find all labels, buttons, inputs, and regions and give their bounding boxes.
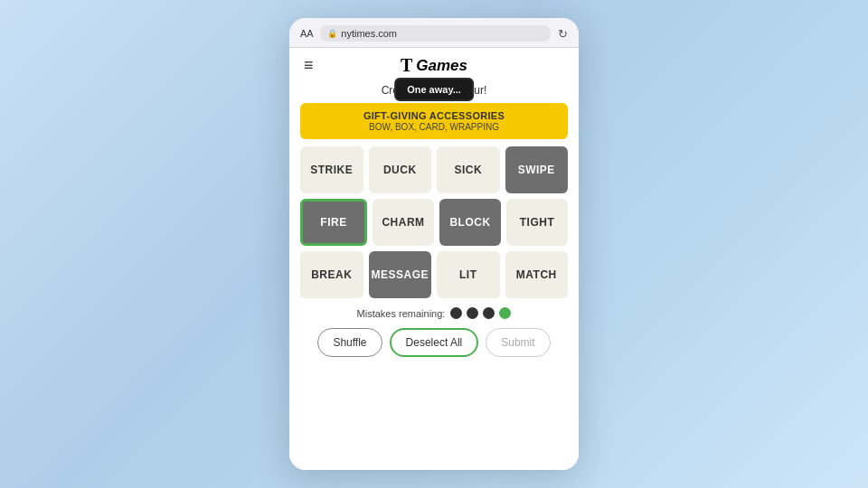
browser-refresh-icon[interactable]: ↻ — [558, 27, 568, 41]
deselect-all-button[interactable]: Deselect All — [390, 328, 479, 357]
games-label: Games — [416, 57, 467, 75]
grid-row-2: FIRE CHARM BLOCK TIGHT — [300, 199, 568, 246]
tile-match[interactable]: MATCH — [505, 251, 569, 298]
app-header: ≡ T Games — [289, 48, 579, 80]
solved-category-row: GIFT-GIVING ACCESSORIES BOW, BOX, CARD, … — [300, 103, 568, 139]
mistakes-row: Mistakes remaining: — [289, 302, 579, 323]
grid-row-1: STRIKE DUCK SICK SWIPE — [300, 146, 568, 193]
app-logo: T Games — [401, 55, 467, 76]
nyt-t-icon: T — [401, 55, 412, 76]
tile-lit[interactable]: LIT — [437, 251, 500, 298]
dot-2 — [467, 307, 478, 319]
phone-frame: AA 🔒 nytimes.com ↻ ≡ T Games Create grou… — [289, 18, 579, 470]
dot-4 — [499, 307, 511, 319]
action-buttons: Shuffle Deselect All Submit — [289, 323, 579, 366]
submit-button[interactable]: Submit — [486, 328, 550, 357]
solved-category-name: GIFT-GIVING ACCESSORIES — [311, 110, 557, 121]
browser-aa: AA — [300, 28, 313, 39]
tile-swipe[interactable]: SWIPE — [505, 146, 569, 193]
browser-url-bar: 🔒 nytimes.com — [320, 25, 551, 42]
tile-strike[interactable]: STRIKE — [300, 146, 363, 193]
tile-tight[interactable]: TIGHT — [506, 199, 568, 246]
solved-category-words: BOW, BOX, CARD, WRAPPING — [311, 122, 557, 132]
browser-bar: AA 🔒 nytimes.com ↻ — [289, 18, 579, 48]
app-content: ≡ T Games Create groups of four! One awa… — [289, 48, 579, 470]
tile-block[interactable]: BLOCK — [439, 199, 501, 246]
subtitle-area: Create groups of four! One away... — [289, 80, 579, 98]
tile-sick[interactable]: SICK — [437, 146, 500, 193]
dots-area — [450, 307, 511, 319]
game-grid: STRIKE DUCK SICK SWIPE FIRE CHARM BLOCK … — [289, 139, 579, 302]
grid-row-3: BREAK MESSAGE LIT MATCH — [300, 251, 568, 298]
hamburger-icon[interactable]: ≡ — [304, 56, 314, 75]
tile-charm[interactable]: CHARM — [373, 199, 434, 246]
shuffle-button[interactable]: Shuffle — [317, 328, 382, 357]
lock-icon: 🔒 — [327, 29, 337, 38]
toast-popup: One away... — [394, 78, 474, 101]
dot-3 — [483, 307, 495, 319]
dot-1 — [450, 307, 462, 319]
tile-duck[interactable]: DUCK — [369, 146, 432, 193]
tile-fire[interactable]: FIRE — [300, 199, 367, 246]
tile-break[interactable]: BREAK — [300, 251, 363, 298]
browser-url-text: nytimes.com — [341, 28, 397, 39]
mistakes-label: Mistakes remaining: — [357, 308, 446, 319]
tile-message[interactable]: MESSAGE — [369, 251, 432, 298]
